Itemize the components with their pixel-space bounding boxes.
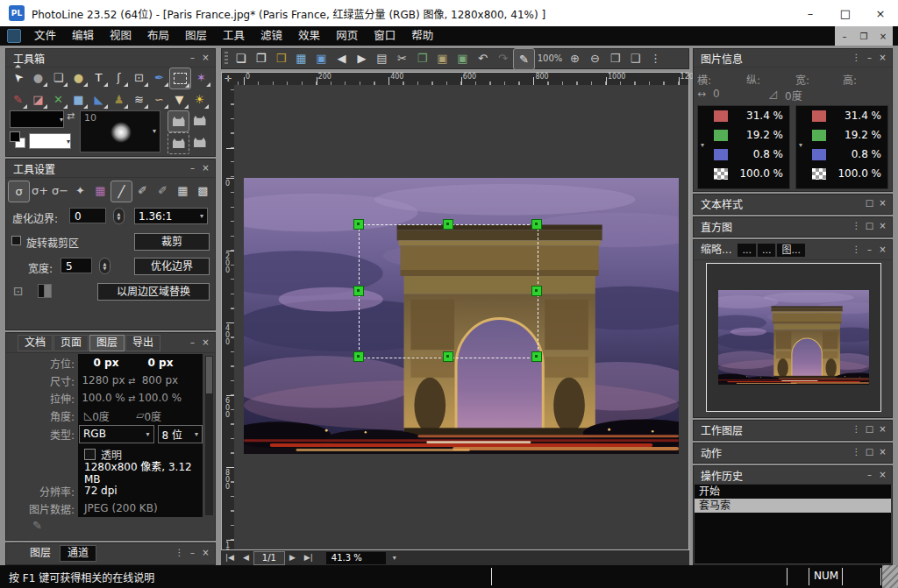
panel-menu-button[interactable]: ⋮ — [850, 244, 863, 257]
magic-wand-tool-icon[interactable]: ✶ — [191, 67, 211, 88]
history-item[interactable]: 开始 — [695, 485, 891, 499]
line-tool-icon[interactable]: ╱ — [110, 181, 132, 202]
mdi-restore-button[interactable]: ❐ — [856, 32, 872, 41]
new-document-icon[interactable]: ❏ — [231, 48, 251, 68]
lasso-subtract-icon[interactable]: σ− — [50, 181, 70, 201]
zoom-dropdown-icon[interactable]: ▾ — [386, 554, 396, 562]
print-icon[interactable]: ▤ — [372, 48, 392, 68]
panel-menu-button[interactable]: ⋮ — [850, 423, 863, 436]
window-close-button[interactable]: × — [863, 0, 898, 26]
copy-icon[interactable]: ❐ — [412, 48, 432, 68]
back-icon[interactable]: ◀ — [331, 48, 352, 68]
light-tool-icon[interactable]: ☀ — [189, 89, 210, 110]
thumbnail-box[interactable] — [706, 263, 881, 412]
eraser-tool-icon[interactable]: ◪ — [28, 89, 48, 110]
panel-minimize-button[interactable]: – — [863, 244, 876, 257]
panel-menu-button[interactable]: ⋮ — [173, 547, 186, 560]
canvas-image[interactable] — [244, 178, 679, 454]
document-panel-scrollbar[interactable] — [205, 356, 213, 515]
panel-menu-button[interactable]: ⋮ — [850, 220, 863, 233]
selection-handle-bottom-center[interactable] — [443, 351, 453, 362]
position-y-value[interactable]: 0 px — [133, 357, 188, 369]
toolbar-overflow-icon[interactable]: ⋮ — [645, 48, 666, 68]
menu-item[interactable]: 网页 — [328, 26, 366, 46]
menu-item[interactable]: 编辑 — [64, 26, 102, 46]
layers-channels-tab[interactable]: 通道 — [60, 545, 96, 562]
menu-item[interactable]: 文件 — [26, 26, 64, 46]
pen-tool-icon[interactable]: ✎ — [513, 48, 535, 70]
mini-foreground-swatch[interactable] — [10, 131, 20, 142]
foreground-color-swatch[interactable]: ▾ — [10, 110, 64, 128]
panel-maximize-button[interactable]: □ — [863, 220, 876, 233]
panel-close-button[interactable]: × — [876, 244, 889, 257]
brush-tool-icon[interactable]: ✎ — [8, 89, 28, 110]
wave-brush-tool-icon[interactable]: ≋ — [129, 89, 149, 110]
panel-close-button[interactable]: × — [199, 162, 212, 175]
paste-special-icon[interactable]: ▣ — [453, 48, 473, 68]
clone-tool-icon[interactable]: ✕ — [48, 89, 68, 110]
edit-wand-icon[interactable]: ✦ — [70, 181, 90, 201]
eyedropper-tool-icon[interactable]: ✒ — [149, 67, 169, 88]
canvas-viewport[interactable] — [234, 85, 688, 549]
panel-minimize-button[interactable]: – — [186, 162, 199, 175]
menu-item[interactable]: 视图 — [102, 26, 139, 46]
layer-tool-icon[interactable]: ❏ — [48, 67, 68, 88]
panel-menu-button[interactable]: ⋮ — [850, 446, 863, 459]
lasso-add-icon[interactable]: σ+ — [30, 181, 50, 201]
document-panel-tab[interactable]: 图层 — [89, 335, 125, 351]
resolution-value[interactable]: 72 dpi — [79, 485, 118, 497]
thumbnail-panel-tab[interactable]: 图... — [777, 244, 805, 257]
next-page-button[interactable]: ▶ — [285, 550, 300, 565]
mask-grid-icon[interactable]: ▦ — [90, 181, 110, 201]
marquee-tool-icon[interactable] — [169, 67, 191, 89]
brush-select-b-icon[interactable]: ✐ — [153, 181, 173, 201]
panel-maximize-button[interactable]: □ — [863, 446, 876, 459]
smudge-tool-icon[interactable]: ∽ — [149, 89, 169, 110]
marquee-cat-icon[interactable] — [167, 132, 189, 154]
menu-item[interactable]: 效果 — [290, 26, 328, 46]
selection-handle-top-right[interactable] — [531, 219, 542, 230]
panel-minimize-button[interactable]: – — [863, 52, 876, 65]
menu-item[interactable]: 窗口 — [366, 26, 403, 46]
bit-depth-select[interactable]: 8 位 ▾ — [158, 425, 203, 443]
mdi-minimize-button[interactable]: – — [837, 32, 852, 41]
feather-stepper[interactable]: ▲▼ — [113, 208, 125, 224]
paste-icon[interactable]: ▣ — [432, 48, 453, 68]
document-panel-tab[interactable]: 导出 — [125, 335, 160, 351]
menu-item[interactable]: 布局 — [139, 26, 177, 46]
first-page-button[interactable]: |◀ — [221, 550, 239, 565]
history-item[interactable]: 套马索 — [695, 499, 891, 513]
layers-channels-tab[interactable]: 图层 — [23, 546, 58, 561]
link-icon[interactable]: ⇄ — [128, 393, 135, 403]
prev-page-button[interactable]: ◀ — [239, 550, 253, 565]
selection-handle-bottom-left[interactable] — [353, 351, 364, 362]
brush-select-a-icon[interactable]: ✐ — [132, 181, 153, 201]
panel-maximize-button[interactable]: □ — [863, 423, 876, 436]
zoom-out-icon[interactable]: ⊖ — [585, 48, 605, 68]
document-panel-tab[interactable]: 页面 — [53, 335, 89, 351]
menu-item[interactable]: 滤镜 — [253, 26, 290, 46]
crop-tool-icon[interactable]: ⊡ — [129, 67, 149, 88]
rotate-crop-checkbox[interactable] — [11, 236, 21, 245]
feather-input[interactable]: 0 — [69, 208, 106, 223]
chevron-down-icon[interactable]: ▾ — [701, 141, 704, 149]
ruler-origin-crosshair-icon[interactable]: ✛ — [222, 73, 234, 85]
rect-shape-tool-icon[interactable]: ■ — [68, 89, 89, 110]
panel-close-button[interactable]: × — [876, 423, 889, 436]
fit-page-icon[interactable]: ❑ — [625, 48, 645, 68]
panel-minimize-button[interactable]: – — [186, 337, 199, 350]
document-icon[interactable] — [7, 29, 21, 43]
stretch-x-value[interactable]: 100.0 % — [79, 392, 128, 404]
page-indicator[interactable]: 1/1 — [253, 551, 285, 565]
optimize-edge-button[interactable]: 优化边界 — [134, 258, 210, 275]
lasso-tool-icon[interactable]: σ — [8, 181, 30, 202]
panel-close-button[interactable]: × — [876, 220, 889, 233]
ellipse-tool-icon[interactable]: ● — [28, 67, 48, 88]
height-value[interactable]: 800 px — [135, 374, 184, 386]
selection-rectangle[interactable] — [359, 224, 538, 358]
swap-colors-icon[interactable]: ⇄ — [67, 110, 75, 122]
new-from-clipboard-icon[interactable]: ❐ — [251, 48, 271, 68]
panel-close-button[interactable]: × — [876, 446, 889, 459]
toolbar-drag-handle[interactable] — [224, 52, 228, 66]
window-minimize-button[interactable]: – — [793, 0, 828, 26]
